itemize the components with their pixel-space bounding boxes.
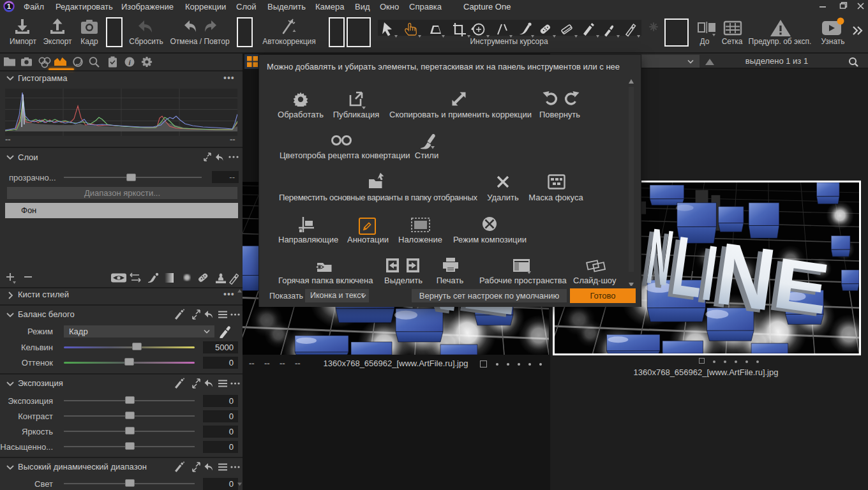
svg-text:1: 1 (7, 3, 11, 10)
